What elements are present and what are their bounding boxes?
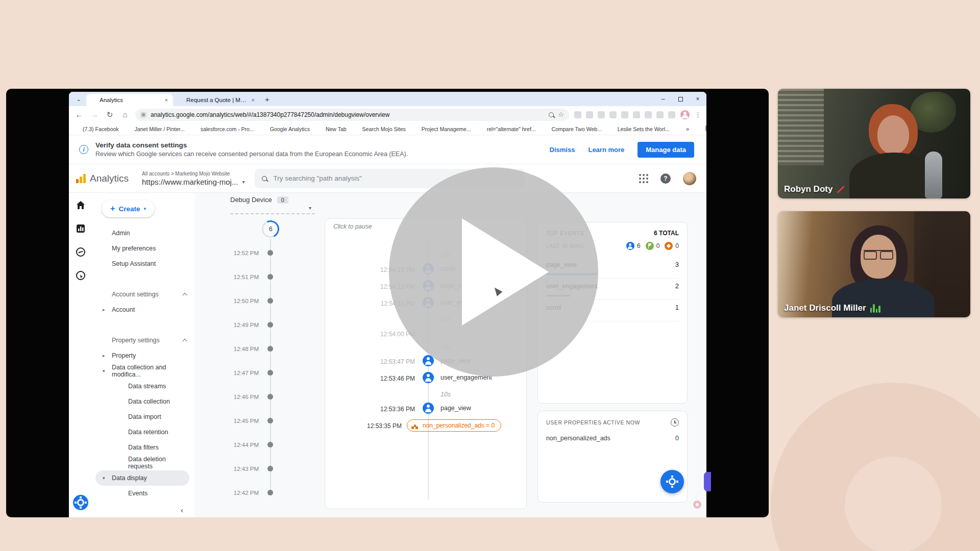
extension-icon[interactable]: [645, 111, 652, 118]
sidebar-item[interactable]: ▸ Account: [95, 302, 194, 317]
minute-dot[interactable]: [267, 274, 273, 280]
sidebar-item[interactable]: My preferences: [95, 241, 194, 256]
bookmark-star-icon[interactable]: ☆: [558, 111, 564, 118]
sidebar-item[interactable]: Events: [95, 486, 194, 500]
sidebar-item[interactable]: Data import: [95, 409, 194, 424]
bookmark-item[interactable]: Project Manageme...: [414, 126, 471, 132]
minute-dot[interactable]: [267, 298, 273, 304]
extension-icon[interactable]: [633, 111, 640, 118]
warning-pill[interactable]: non_personalized_ads = 0: [407, 419, 501, 432]
browser-profile-avatar[interactable]: [680, 110, 690, 119]
minute-dot[interactable]: [267, 394, 273, 399]
account-avatar[interactable]: [683, 172, 696, 185]
bookmark-item[interactable]: rel="alternate" href...: [479, 126, 536, 132]
sidebar-item[interactable]: [95, 317, 194, 333]
bookmark-item[interactable]: Janet Miller / Pinter...: [127, 126, 185, 132]
reload-icon[interactable]: ↻: [105, 110, 115, 119]
event-row[interactable]: 12:53:35 PM non_personalized_ads = 0: [325, 418, 526, 435]
extension-icon[interactable]: [574, 111, 581, 118]
extension-icon[interactable]: [621, 111, 628, 118]
learn-more-button[interactable]: Learn more: [588, 146, 624, 154]
explore-nav-icon[interactable]: [76, 247, 86, 257]
bookmark-favicon: [193, 127, 198, 132]
bookmark-item[interactable]: salesforce.com - Pro...: [193, 126, 254, 132]
device-dropdown-caret[interactable]: ▾: [309, 205, 311, 211]
advertising-nav-icon[interactable]: [76, 270, 86, 281]
user-property-row[interactable]: non_personalized_ads 0: [546, 435, 679, 442]
events-count-circle[interactable]: 6: [259, 218, 282, 240]
create-button[interactable]: + Create ▾: [102, 200, 155, 217]
url-text[interactable]: analytics.google.com/analytics/web/#/a13…: [151, 111, 545, 118]
home-icon[interactable]: ⌂: [120, 110, 130, 119]
admin-gear-icon[interactable]: [73, 495, 88, 510]
reports-nav-icon[interactable]: [76, 223, 86, 234]
extension-icon[interactable]: [656, 111, 664, 118]
expand-arrow-icon: ▸: [103, 307, 108, 312]
event-row[interactable]: 10s: [325, 388, 526, 402]
bookmark-item[interactable]: Search Mojo Sites: [355, 126, 406, 132]
extension-icon[interactable]: [598, 111, 605, 118]
minute-dot[interactable]: [267, 466, 273, 471]
tab-close-icon[interactable]: ×: [164, 97, 169, 103]
sidebar-item[interactable]: Data collection: [95, 394, 194, 409]
recorder-bubble-icon[interactable]: [693, 500, 701, 509]
sidebar-item[interactable]: ▸ Property: [95, 348, 194, 363]
bookmark-item[interactable]: Google Analytics: [262, 126, 310, 132]
home-nav-icon[interactable]: [76, 200, 86, 210]
all-bookmarks-button[interactable]: All Bookmarks: [705, 126, 706, 132]
minute-dot[interactable]: [267, 418, 273, 423]
back-icon[interactable]: ←: [74, 110, 84, 119]
bookmark-item[interactable]: Leslie Sets the Worl...: [610, 126, 670, 132]
edge-accent-tab[interactable]: [704, 472, 711, 491]
tab-close-icon[interactable]: ×: [251, 97, 256, 103]
banner-text: Verify data consent settings Review whic…: [95, 141, 543, 158]
extension-icon[interactable]: [609, 111, 617, 118]
zoom-icon[interactable]: [549, 112, 554, 117]
sidebar-item[interactable]: Data streams: [95, 379, 194, 394]
apps-grid-icon[interactable]: [639, 174, 641, 176]
help-icon[interactable]: ?: [660, 173, 671, 184]
event-row[interactable]: 12:53:36 PM page_view: [325, 402, 526, 418]
sidebar-item[interactable]: Data deletion requests: [95, 455, 194, 470]
browser-tab[interactable]: Analytics ×: [86, 94, 173, 106]
bookmark-item[interactable]: Compare Two Web...: [544, 126, 602, 132]
minute-dot[interactable]: [267, 346, 273, 352]
close-button[interactable]: ×: [689, 92, 706, 106]
forward-icon[interactable]: →: [89, 110, 100, 119]
sidebar-item[interactable]: [95, 271, 194, 287]
site-info-icon[interactable]: [140, 112, 146, 118]
bookmark-item[interactable]: (7.3) Facebook: [75, 126, 119, 132]
browser-tab[interactable]: Request a Quote | Marketing M... ×: [173, 94, 260, 106]
sidebar-item[interactable]: Account settings: [95, 287, 194, 302]
sidebar-item[interactable]: ▾ Data collection and modifica...: [95, 363, 194, 379]
minute-dot[interactable]: [267, 250, 273, 256]
browser-menu-icon[interactable]: ⋮: [695, 111, 701, 118]
minute-dot[interactable]: [267, 442, 273, 447]
sidebar-item[interactable]: ▾ Data display: [95, 470, 189, 486]
click-to-pause-label[interactable]: Click to pause: [333, 223, 372, 230]
dismiss-button[interactable]: Dismiss: [550, 146, 575, 154]
minute-dot[interactable]: [267, 370, 273, 375]
tab-search-icon[interactable]: ⌄: [73, 93, 84, 105]
minute-dot[interactable]: [267, 490, 273, 495]
manage-data-button[interactable]: Manage data: [638, 142, 694, 158]
url-bar[interactable]: analytics.google.com/analytics/web/#/a13…: [135, 109, 569, 121]
video-play-overlay[interactable]: [389, 167, 598, 377]
extension-icon[interactable]: [586, 111, 593, 118]
bookmark-item[interactable]: New Tab: [318, 126, 347, 132]
minute-dot[interactable]: [267, 322, 273, 328]
sidebar-item[interactable]: Property settings: [95, 333, 194, 348]
extension-icon[interactable]: [668, 111, 675, 118]
sidebar-item[interactable]: Data filters: [95, 440, 194, 455]
sidebar-item[interactable]: Data retention: [95, 424, 194, 440]
minimize-button[interactable]: –: [654, 92, 672, 106]
account-property-selector[interactable]: All accounts > Marketing Mojo Website ht…: [142, 171, 244, 186]
bookmarks-overflow-icon[interactable]: »: [686, 126, 690, 133]
maximize-button[interactable]: [672, 92, 689, 106]
sidebar-item[interactable]: Setup Assistant: [95, 256, 194, 271]
new-tab-button[interactable]: +: [265, 95, 270, 104]
sidebar-item[interactable]: Admin: [95, 226, 194, 241]
debug-settings-fab[interactable]: [660, 470, 684, 493]
history-clock-icon[interactable]: [671, 418, 679, 427]
collapse-sidebar-button[interactable]: ‹: [95, 500, 194, 514]
